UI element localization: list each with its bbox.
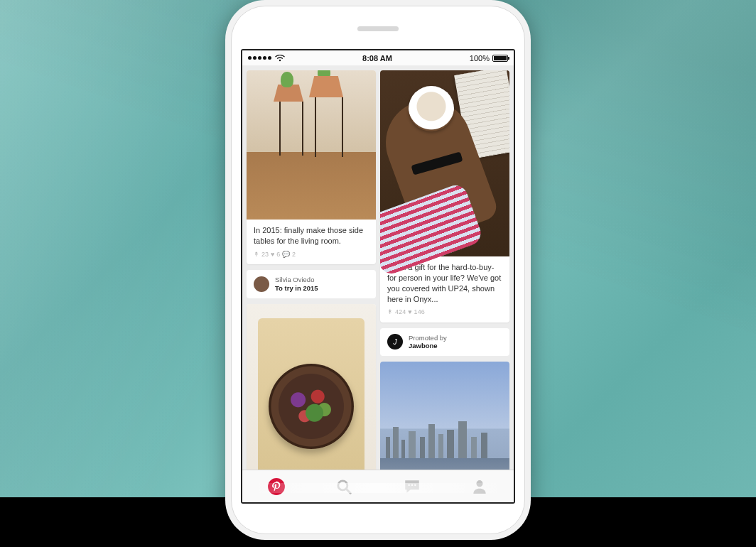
pin-image[interactable] [247,304,376,470]
tab-chat[interactable] [378,470,446,502]
pin-stats: ↟ 424 ♥ 146 [387,308,502,316]
avatar [254,276,269,292]
attribution-name: Jawbone [409,342,438,350]
battery-icon [492,55,508,62]
pin-image[interactable] [380,70,509,256]
person-icon [470,477,489,496]
pin-attribution[interactable]: Silvia Oviedo To try in 2015 [247,270,376,298]
attribution-board: To try in 2015 [275,284,318,292]
svg-point-6 [477,480,483,487]
svg-point-4 [411,484,413,486]
pin-card[interactable]: Need a gift for the hard-to-buy-for pers… [380,70,509,323]
phone-frame: 8:08 AM 100% [225,0,531,540]
battery-percent: 100% [470,54,490,63]
tab-bar [242,470,514,502]
attribution-prefix: Promoted by [409,334,447,342]
search-icon [335,477,353,496]
phone-screen: 8:08 AM 100% [241,49,515,504]
tab-home[interactable] [242,470,310,502]
phone-speaker [357,26,399,31]
svg-line-2 [347,489,350,492]
pin-stats: ↟ 23 ♥ 6 💬 2 [254,250,369,259]
tab-search[interactable] [310,470,379,502]
svg-point-5 [414,484,416,486]
pin-attribution[interactable]: J Promoted by Jawbone [380,328,509,357]
attribution-name: Silvia Oviedo [275,276,318,284]
pinterest-icon [267,477,286,496]
pin-card[interactable]: Spicy peppers give a kick to this [247,304,376,470]
signal-dots-icon [248,56,271,60]
pin-image[interactable] [380,362,509,470]
pin-card[interactable]: In 2015: finally make those side tables … [247,70,376,264]
pin-feed[interactable]: In 2015: finally make those side tables … [242,66,514,470]
status-time: 8:08 AM [362,54,392,63]
wifi-icon [275,55,285,62]
svg-point-3 [408,484,410,486]
avatar: J [387,334,403,350]
tab-profile[interactable] [446,470,514,502]
pin-image[interactable] [247,70,376,220]
status-bar: 8:08 AM 100% [242,50,514,66]
pin-card[interactable] [380,362,509,470]
chat-icon [403,477,421,496]
svg-point-0 [268,478,285,495]
pin-caption: In 2015: finally make those side tables … [254,225,369,247]
